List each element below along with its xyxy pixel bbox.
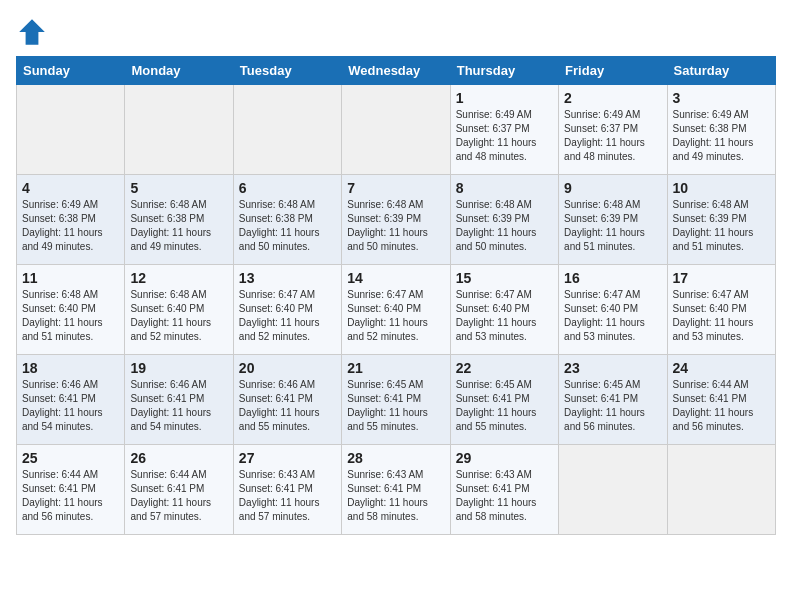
calendar-cell: 18Sunrise: 6:46 AM Sunset: 6:41 PM Dayli… [17, 355, 125, 445]
calendar-week-row: 18Sunrise: 6:46 AM Sunset: 6:41 PM Dayli… [17, 355, 776, 445]
calendar-cell: 11Sunrise: 6:48 AM Sunset: 6:40 PM Dayli… [17, 265, 125, 355]
day-number: 14 [347, 270, 444, 286]
weekday-header-monday: Monday [125, 57, 233, 85]
day-info: Sunrise: 6:43 AM Sunset: 6:41 PM Dayligh… [456, 468, 553, 524]
day-number: 24 [673, 360, 770, 376]
calendar-cell: 9Sunrise: 6:48 AM Sunset: 6:39 PM Daylig… [559, 175, 667, 265]
calendar-week-row: 1Sunrise: 6:49 AM Sunset: 6:37 PM Daylig… [17, 85, 776, 175]
calendar-cell: 19Sunrise: 6:46 AM Sunset: 6:41 PM Dayli… [125, 355, 233, 445]
calendar-cell: 3Sunrise: 6:49 AM Sunset: 6:38 PM Daylig… [667, 85, 775, 175]
day-number: 22 [456, 360, 553, 376]
calendar-cell: 2Sunrise: 6:49 AM Sunset: 6:37 PM Daylig… [559, 85, 667, 175]
day-info: Sunrise: 6:49 AM Sunset: 6:37 PM Dayligh… [564, 108, 661, 164]
day-info: Sunrise: 6:46 AM Sunset: 6:41 PM Dayligh… [239, 378, 336, 434]
day-info: Sunrise: 6:49 AM Sunset: 6:38 PM Dayligh… [22, 198, 119, 254]
day-number: 21 [347, 360, 444, 376]
calendar-cell [233, 85, 341, 175]
calendar-cell: 17Sunrise: 6:47 AM Sunset: 6:40 PM Dayli… [667, 265, 775, 355]
calendar-cell: 12Sunrise: 6:48 AM Sunset: 6:40 PM Dayli… [125, 265, 233, 355]
day-info: Sunrise: 6:47 AM Sunset: 6:40 PM Dayligh… [673, 288, 770, 344]
day-number: 3 [673, 90, 770, 106]
svg-marker-0 [19, 19, 45, 45]
day-number: 12 [130, 270, 227, 286]
day-info: Sunrise: 6:47 AM Sunset: 6:40 PM Dayligh… [564, 288, 661, 344]
day-number: 5 [130, 180, 227, 196]
calendar-header: SundayMondayTuesdayWednesdayThursdayFrid… [17, 57, 776, 85]
logo [16, 16, 52, 48]
day-info: Sunrise: 6:48 AM Sunset: 6:39 PM Dayligh… [564, 198, 661, 254]
day-info: Sunrise: 6:48 AM Sunset: 6:39 PM Dayligh… [347, 198, 444, 254]
calendar-cell: 23Sunrise: 6:45 AM Sunset: 6:41 PM Dayli… [559, 355, 667, 445]
day-info: Sunrise: 6:48 AM Sunset: 6:38 PM Dayligh… [130, 198, 227, 254]
calendar-cell: 29Sunrise: 6:43 AM Sunset: 6:41 PM Dayli… [450, 445, 558, 535]
day-info: Sunrise: 6:48 AM Sunset: 6:40 PM Dayligh… [130, 288, 227, 344]
calendar-cell: 1Sunrise: 6:49 AM Sunset: 6:37 PM Daylig… [450, 85, 558, 175]
weekday-header-sunday: Sunday [17, 57, 125, 85]
day-number: 29 [456, 450, 553, 466]
calendar-cell: 26Sunrise: 6:44 AM Sunset: 6:41 PM Dayli… [125, 445, 233, 535]
calendar-cell: 27Sunrise: 6:43 AM Sunset: 6:41 PM Dayli… [233, 445, 341, 535]
weekday-header-row: SundayMondayTuesdayWednesdayThursdayFrid… [17, 57, 776, 85]
calendar-cell: 22Sunrise: 6:45 AM Sunset: 6:41 PM Dayli… [450, 355, 558, 445]
calendar-cell: 28Sunrise: 6:43 AM Sunset: 6:41 PM Dayli… [342, 445, 450, 535]
day-number: 19 [130, 360, 227, 376]
day-info: Sunrise: 6:44 AM Sunset: 6:41 PM Dayligh… [22, 468, 119, 524]
calendar-cell: 10Sunrise: 6:48 AM Sunset: 6:39 PM Dayli… [667, 175, 775, 265]
day-number: 1 [456, 90, 553, 106]
calendar-cell: 24Sunrise: 6:44 AM Sunset: 6:41 PM Dayli… [667, 355, 775, 445]
day-number: 27 [239, 450, 336, 466]
day-info: Sunrise: 6:43 AM Sunset: 6:41 PM Dayligh… [239, 468, 336, 524]
calendar-table: SundayMondayTuesdayWednesdayThursdayFrid… [16, 56, 776, 535]
calendar-cell: 16Sunrise: 6:47 AM Sunset: 6:40 PM Dayli… [559, 265, 667, 355]
day-number: 16 [564, 270, 661, 286]
day-number: 10 [673, 180, 770, 196]
calendar-cell: 15Sunrise: 6:47 AM Sunset: 6:40 PM Dayli… [450, 265, 558, 355]
calendar-week-row: 25Sunrise: 6:44 AM Sunset: 6:41 PM Dayli… [17, 445, 776, 535]
day-info: Sunrise: 6:47 AM Sunset: 6:40 PM Dayligh… [347, 288, 444, 344]
weekday-header-saturday: Saturday [667, 57, 775, 85]
day-info: Sunrise: 6:43 AM Sunset: 6:41 PM Dayligh… [347, 468, 444, 524]
day-number: 28 [347, 450, 444, 466]
day-number: 26 [130, 450, 227, 466]
day-info: Sunrise: 6:47 AM Sunset: 6:40 PM Dayligh… [456, 288, 553, 344]
day-number: 13 [239, 270, 336, 286]
calendar-body: 1Sunrise: 6:49 AM Sunset: 6:37 PM Daylig… [17, 85, 776, 535]
day-number: 11 [22, 270, 119, 286]
calendar-cell: 14Sunrise: 6:47 AM Sunset: 6:40 PM Dayli… [342, 265, 450, 355]
day-info: Sunrise: 6:48 AM Sunset: 6:40 PM Dayligh… [22, 288, 119, 344]
weekday-header-tuesday: Tuesday [233, 57, 341, 85]
day-number: 25 [22, 450, 119, 466]
day-number: 15 [456, 270, 553, 286]
day-number: 20 [239, 360, 336, 376]
day-info: Sunrise: 6:48 AM Sunset: 6:38 PM Dayligh… [239, 198, 336, 254]
day-info: Sunrise: 6:45 AM Sunset: 6:41 PM Dayligh… [347, 378, 444, 434]
day-info: Sunrise: 6:44 AM Sunset: 6:41 PM Dayligh… [673, 378, 770, 434]
calendar-week-row: 11Sunrise: 6:48 AM Sunset: 6:40 PM Dayli… [17, 265, 776, 355]
calendar-cell: 6Sunrise: 6:48 AM Sunset: 6:38 PM Daylig… [233, 175, 341, 265]
calendar-cell: 4Sunrise: 6:49 AM Sunset: 6:38 PM Daylig… [17, 175, 125, 265]
day-number: 6 [239, 180, 336, 196]
day-info: Sunrise: 6:48 AM Sunset: 6:39 PM Dayligh… [456, 198, 553, 254]
day-number: 9 [564, 180, 661, 196]
weekday-header-friday: Friday [559, 57, 667, 85]
day-number: 7 [347, 180, 444, 196]
day-info: Sunrise: 6:47 AM Sunset: 6:40 PM Dayligh… [239, 288, 336, 344]
calendar-cell: 5Sunrise: 6:48 AM Sunset: 6:38 PM Daylig… [125, 175, 233, 265]
day-number: 4 [22, 180, 119, 196]
calendar-cell: 8Sunrise: 6:48 AM Sunset: 6:39 PM Daylig… [450, 175, 558, 265]
day-info: Sunrise: 6:49 AM Sunset: 6:38 PM Dayligh… [673, 108, 770, 164]
day-info: Sunrise: 6:46 AM Sunset: 6:41 PM Dayligh… [22, 378, 119, 434]
page-header [16, 16, 776, 48]
day-info: Sunrise: 6:49 AM Sunset: 6:37 PM Dayligh… [456, 108, 553, 164]
logo-icon [16, 16, 48, 48]
day-info: Sunrise: 6:44 AM Sunset: 6:41 PM Dayligh… [130, 468, 227, 524]
calendar-week-row: 4Sunrise: 6:49 AM Sunset: 6:38 PM Daylig… [17, 175, 776, 265]
calendar-cell: 7Sunrise: 6:48 AM Sunset: 6:39 PM Daylig… [342, 175, 450, 265]
weekday-header-wednesday: Wednesday [342, 57, 450, 85]
calendar-cell: 20Sunrise: 6:46 AM Sunset: 6:41 PM Dayli… [233, 355, 341, 445]
day-number: 23 [564, 360, 661, 376]
calendar-cell [17, 85, 125, 175]
calendar-cell [125, 85, 233, 175]
day-number: 18 [22, 360, 119, 376]
calendar-cell: 21Sunrise: 6:45 AM Sunset: 6:41 PM Dayli… [342, 355, 450, 445]
